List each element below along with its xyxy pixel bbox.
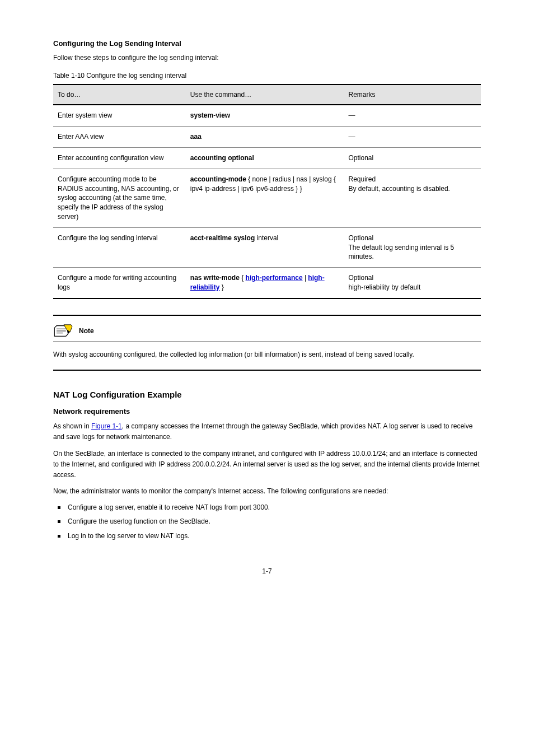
cell-command: acct-realtime syslog interval (186, 227, 344, 267)
table-caption: Table 1-10 Configure the log sending int… (53, 72, 481, 80)
figure-link[interactable]: Figure 1-1 (91, 422, 122, 430)
cell-remarks: Optional (344, 147, 481, 169)
cell-remarks: Optional high-reliability by default (344, 268, 481, 298)
cell-command: nas write-mode { high-performance | high… (186, 268, 344, 298)
cell-remarks: — (344, 127, 481, 148)
cell-todo: Enter AAA view (53, 127, 186, 148)
table-row: Enter system view system-view — (53, 105, 481, 126)
list-item: Configure the userlog function on the Se… (68, 516, 481, 527)
cmd-keyword: nas write-mode (190, 274, 240, 282)
cell-todo: Enter system view (53, 105, 186, 126)
cell-command: accounting optional (186, 147, 344, 169)
paragraph: On the SecBlade, an interface is connect… (53, 449, 481, 481)
cmd-keyword: acct-realtime syslog (190, 234, 255, 242)
cell-todo: Configure accounting mode to be RADIUS a… (53, 169, 186, 227)
cmd-keyword: accounting optional (190, 154, 254, 162)
cmd-args: { (240, 274, 246, 282)
network-requirements-title: Network requirements (53, 407, 481, 416)
cmd-args: } (220, 283, 224, 291)
cmd-args: interval (255, 234, 278, 242)
cell-remarks: Required By default, accounting is disab… (344, 169, 481, 227)
table-row: Configure a mode for writing accounting … (53, 268, 481, 298)
paragraph: Now, the administrator wants to monitor … (53, 486, 481, 497)
paragraph: As shown in Figure 1-1, a company access… (53, 421, 481, 442)
cell-remarks: Optional The default log sending interva… (344, 227, 481, 267)
cmd-keyword: system-view (190, 111, 230, 119)
note-block: Note With syslog accounting configured, … (53, 315, 481, 371)
cell-todo: Configure the log sending interval (53, 227, 186, 267)
cmd-args: | (303, 274, 308, 282)
table-header-todo: To do… (53, 85, 186, 105)
intro-text: Follow these steps to configure the log … (53, 53, 481, 63)
subsection-title: Configuring the Log Sending Interval (53, 39, 481, 48)
table-header-command: Use the command… (186, 85, 344, 105)
cmd-keyword: aaa (190, 133, 202, 141)
list-item: Log in to the log server to view NAT log… (68, 531, 481, 542)
divider (53, 342, 481, 342)
cell-remarks: — (344, 105, 481, 126)
table-header-remarks: Remarks (344, 85, 481, 105)
page-number: 1-7 (53, 567, 481, 575)
list-item: Configure a log server, enable it to rec… (68, 502, 481, 513)
cmd-option-high-performance[interactable]: high-performance (246, 274, 303, 282)
cell-command: aaa (186, 127, 344, 148)
note-icon (53, 324, 74, 338)
table-header-row: To do… Use the command… Remarks (53, 85, 481, 105)
cell-todo: Enter accounting configuration view (53, 147, 186, 169)
note-header: Note (53, 324, 481, 338)
cell-todo: Configure a mode for writing accounting … (53, 268, 186, 298)
cmd-keyword: accounting-mode (190, 175, 246, 183)
table-row: Configure accounting mode to be RADIUS a… (53, 169, 481, 227)
note-body: With syslog accounting configured, the c… (53, 350, 481, 360)
section-title: NAT Log Configuration Example (53, 390, 481, 399)
table-row: Enter accounting configuration view acco… (53, 147, 481, 169)
paragraph-text: As shown in (53, 422, 91, 430)
note-label: Note (79, 327, 94, 335)
cell-command: accounting-mode { none | radius | nas | … (186, 169, 344, 227)
table-row: Enter AAA view aaa — (53, 127, 481, 148)
bullet-list: Configure a log server, enable it to rec… (53, 502, 481, 542)
cell-command: system-view (186, 105, 344, 126)
config-table: To do… Use the command… Remarks Enter sy… (53, 84, 481, 298)
table-row: Configure the log sending interval acct-… (53, 227, 481, 267)
